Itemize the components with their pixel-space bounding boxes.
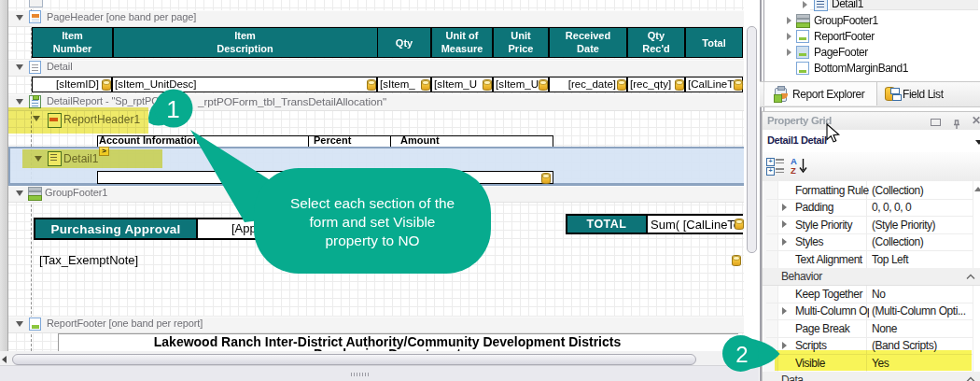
svg-text:1: 1: [166, 95, 179, 123]
svg-text:property to NO: property to NO: [326, 233, 420, 248]
svg-text:form and set Visible: form and set Visible: [310, 214, 436, 230]
svg-text:Select each section of the: Select each section of the: [290, 195, 455, 211]
svg-text:2: 2: [735, 342, 748, 367]
